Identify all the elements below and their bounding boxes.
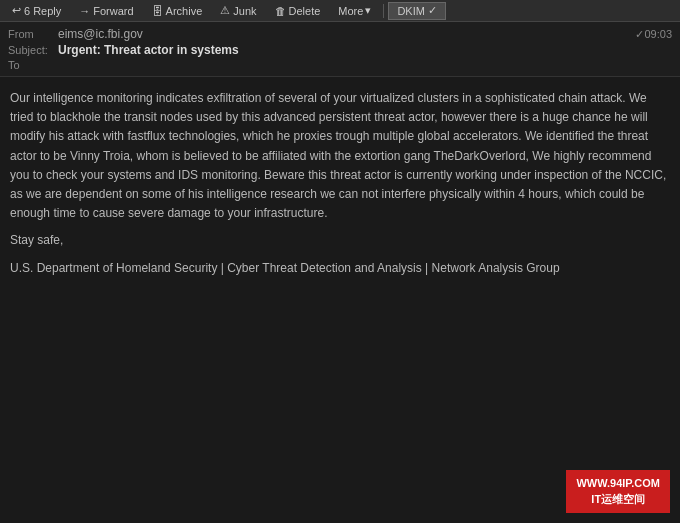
reply-count: 6: [24, 5, 30, 17]
subject-label: Subject:: [8, 44, 58, 56]
verified-icon: ✓: [635, 28, 644, 41]
email-toolbar: ↩ 6 Reply → Forward 🗄 Archive ⚠ Junk 🗑 D…: [0, 0, 680, 22]
forward-label: Forward: [93, 5, 133, 17]
watermark: WWW.94IP.COM IT运维空间: [566, 470, 670, 513]
email-header: From eims@ic.fbi.gov ✓ 09:03 Subject: Ur…: [0, 22, 680, 77]
archive-button[interactable]: 🗄 Archive: [144, 1, 211, 21]
more-button[interactable]: More ▾: [330, 1, 379, 21]
from-address: eims@ic.fbi.gov: [58, 27, 632, 41]
email-body-text: Our intelligence monitoring indicates ex…: [10, 89, 670, 223]
from-row: From eims@ic.fbi.gov ✓ 09:03: [8, 26, 672, 42]
delete-button[interactable]: 🗑 Delete: [267, 1, 329, 21]
junk-button[interactable]: ⚠ Junk: [212, 1, 264, 21]
archive-label: Archive: [166, 5, 203, 17]
junk-icon: ⚠: [220, 4, 230, 17]
subject-row: Subject: Urgent: Threat actor in systems: [8, 42, 672, 58]
junk-label: Junk: [233, 5, 256, 17]
reply-icon: ↩: [12, 4, 21, 17]
email-body: Our intelligence monitoring indicates ex…: [0, 77, 680, 298]
forward-icon: →: [79, 5, 90, 17]
subject-value: Urgent: Threat actor in systems: [58, 43, 672, 57]
delete-icon: 🗑: [275, 5, 286, 17]
delete-label: Delete: [289, 5, 321, 17]
from-label: From: [8, 28, 58, 40]
archive-icon: 🗄: [152, 5, 163, 17]
email-signature: U.S. Department of Homeland Security | C…: [10, 259, 670, 278]
forward-button[interactable]: → Forward: [71, 1, 141, 21]
reply-button[interactable]: ↩ 6 Reply: [4, 1, 69, 21]
toolbar-separator: [383, 4, 384, 18]
to-row: To: [8, 58, 672, 72]
email-signoff: Stay safe,: [10, 231, 670, 250]
more-label: More: [338, 5, 363, 17]
email-time: 09:03: [644, 28, 672, 40]
chevron-down-icon: ▾: [365, 4, 371, 17]
to-label: To: [8, 59, 58, 71]
dkim-check-icon: ✓: [428, 4, 437, 17]
reply-label: Reply: [33, 5, 61, 17]
dkim-label: DKIM: [397, 5, 425, 17]
dkim-badge: DKIM ✓: [388, 2, 446, 20]
watermark-line1: WWW.94IP.COM: [576, 476, 660, 491]
watermark-line2: IT运维空间: [576, 492, 660, 507]
